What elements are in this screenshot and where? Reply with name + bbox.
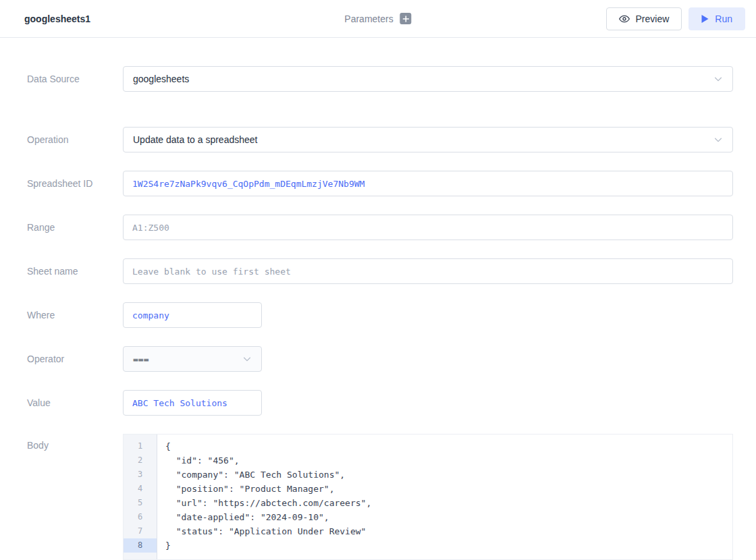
code-line: "date-applied": "2024-09-10", bbox=[165, 510, 732, 524]
chevron-down-icon bbox=[713, 74, 723, 84]
field-row-spreadsheet-id: Spreadsheet ID bbox=[27, 171, 733, 196]
data-source-label: Data Source bbox=[27, 74, 123, 84]
plus-icon bbox=[402, 16, 409, 22]
run-button-label: Run bbox=[715, 13, 732, 24]
field-row-value: Value bbox=[27, 390, 733, 416]
line-number: 5 bbox=[124, 496, 157, 510]
preview-button-label: Preview bbox=[636, 13, 670, 24]
field-row-where: Where bbox=[27, 302, 733, 328]
where-label: Where bbox=[27, 310, 123, 320]
code-line: "status": "Application Under Review" bbox=[165, 524, 732, 538]
field-row-operator: Operator === bbox=[27, 346, 733, 372]
play-icon bbox=[701, 15, 709, 23]
query-header: googlesheets1 Parameters Preview Run bbox=[0, 0, 756, 38]
editor-code-area[interactable]: { "id": "456", "company": "ABC Tech Solu… bbox=[157, 435, 732, 559]
data-source-select[interactable]: googlesheets bbox=[123, 66, 733, 92]
field-row-sheet-name: Sheet name bbox=[27, 258, 733, 284]
sheet-name-label: Sheet name bbox=[27, 266, 123, 277]
range-input[interactable] bbox=[123, 215, 733, 240]
body-code-editor: 1 2 3 4 5 6 7 8 { "id": "456", "company"… bbox=[123, 434, 733, 560]
query-form: Data Source googlesheets Operation Updat… bbox=[0, 38, 756, 560]
code-line: "position": "Product Manager", bbox=[165, 482, 732, 496]
line-number: 1 bbox=[124, 439, 157, 453]
field-row-operation: Operation Update data to a spreadsheet bbox=[27, 127, 733, 152]
code-line: "company": "ABC Tech Solutions", bbox=[165, 468, 732, 482]
line-number: 3 bbox=[124, 468, 157, 482]
operator-value: === bbox=[133, 354, 148, 364]
operator-label: Operator bbox=[27, 354, 123, 364]
code-line: "url": "https://abctech.com/careers", bbox=[165, 496, 732, 510]
operation-label: Operation bbox=[27, 134, 123, 145]
spreadsheet-id-input[interactable] bbox=[123, 171, 733, 196]
value-label: Value bbox=[27, 397, 123, 408]
body-label: Body bbox=[27, 434, 123, 451]
line-number: 6 bbox=[124, 510, 157, 524]
sheet-name-input[interactable] bbox=[123, 258, 733, 284]
line-number: 2 bbox=[124, 453, 157, 468]
parameters-section: Parameters bbox=[344, 13, 411, 24]
field-row-data-source: Data Source googlesheets bbox=[27, 66, 733, 92]
code-line: { bbox=[165, 439, 732, 453]
parameters-label: Parameters bbox=[344, 13, 393, 24]
operator-select[interactable]: === bbox=[123, 346, 262, 372]
field-row-range: Range bbox=[27, 215, 733, 240]
value-input[interactable] bbox=[123, 390, 262, 416]
header-actions: Preview Run bbox=[606, 7, 745, 30]
line-number: 7 bbox=[124, 524, 157, 538]
chevron-down-icon bbox=[242, 354, 252, 364]
code-line: "id": "456", bbox=[165, 453, 732, 468]
operation-value: Update data to a spreadsheet bbox=[133, 134, 257, 145]
line-number-active: 8 bbox=[124, 538, 157, 553]
operation-select[interactable]: Update data to a spreadsheet bbox=[123, 127, 733, 152]
data-source-value: googlesheets bbox=[133, 74, 189, 84]
run-button[interactable]: Run bbox=[688, 7, 745, 30]
eye-icon bbox=[619, 13, 630, 24]
chevron-down-icon bbox=[713, 135, 723, 144]
field-row-body: Body 1 2 3 4 5 6 7 8 { "id": "456", "com… bbox=[27, 434, 733, 560]
preview-button[interactable]: Preview bbox=[606, 7, 682, 30]
add-parameter-button[interactable] bbox=[400, 13, 412, 24]
spreadsheet-id-label: Spreadsheet ID bbox=[27, 178, 123, 189]
code-line: } bbox=[165, 538, 732, 553]
query-title: googlesheets1 bbox=[24, 13, 90, 24]
where-input[interactable] bbox=[123, 302, 262, 328]
range-label: Range bbox=[27, 222, 123, 233]
editor-line-number-gutter: 1 2 3 4 5 6 7 8 bbox=[124, 435, 157, 559]
line-number: 4 bbox=[124, 482, 157, 496]
